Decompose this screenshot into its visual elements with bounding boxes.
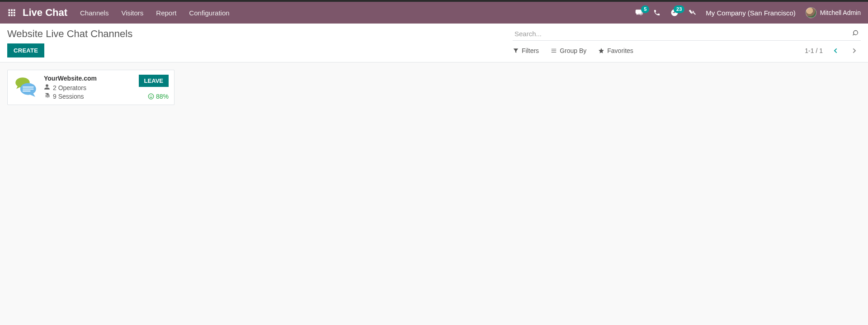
channel-card-right: LEAVE 88% (137, 75, 169, 100)
groupby-dropdown[interactable]: Group By (551, 47, 586, 54)
filters-label: Filters (522, 47, 539, 54)
user-name: Mitchell Admin (820, 9, 861, 16)
svg-rect-8 (14, 14, 15, 16)
chevron-right-icon (851, 47, 858, 54)
activities-button[interactable]: 23 (670, 9, 679, 17)
channel-sessions-line: 9 Sessions (44, 92, 132, 100)
pager-next[interactable] (848, 44, 861, 57)
user-icon (44, 84, 50, 91)
svg-rect-3 (9, 12, 10, 14)
svg-rect-4 (11, 12, 13, 14)
pager-text: 1-1 / 1 (805, 47, 823, 54)
favorites-label: Favorites (607, 47, 633, 54)
activities-badge: 23 (674, 5, 684, 13)
pager: 1-1 / 1 (805, 44, 861, 57)
smile-icon (148, 93, 154, 100)
breadcrumb: Website Live Chat Channels (7, 28, 132, 40)
user-menu[interactable]: Mitchell Admin (806, 7, 861, 18)
nav-item-channels[interactable]: Channels (80, 9, 108, 17)
phone-button[interactable] (653, 9, 660, 16)
svg-rect-2 (14, 10, 15, 11)
svg-rect-0 (9, 10, 10, 11)
leave-button[interactable]: LEAVE (139, 75, 169, 87)
svg-rect-11 (23, 86, 34, 87)
svg-rect-7 (11, 14, 13, 16)
channel-rating-value: 88% (156, 93, 169, 100)
star-icon (598, 48, 604, 54)
list-icon (551, 48, 557, 54)
svg-point-16 (151, 96, 152, 96)
favorites-dropdown[interactable]: Favorites (598, 47, 633, 54)
groupby-label: Group By (560, 47, 586, 54)
channel-card[interactable]: YourWebsite.com 2 Operators 9 Sessions L… (7, 70, 175, 105)
nav-item-report[interactable]: Report (156, 9, 176, 17)
svg-rect-13 (23, 91, 31, 91)
nav-menu: Channels Visitors Report Configuration (80, 9, 230, 17)
channel-sessions: 9 Sessions (53, 93, 84, 100)
svg-point-15 (150, 96, 151, 96)
main-navbar: Live Chat Channels Visitors Report Confi… (0, 2, 868, 24)
search-input[interactable] (513, 27, 861, 41)
filters-dropdown[interactable]: Filters (513, 47, 539, 54)
avatar (806, 7, 816, 18)
control-panel: Website Live Chat Channels CREATE Filter… (0, 24, 868, 62)
nav-item-configuration[interactable]: Configuration (189, 9, 229, 17)
create-button[interactable]: CREATE (7, 43, 44, 57)
search-icon (853, 30, 860, 37)
svg-point-14 (148, 94, 154, 99)
nav-item-visitors[interactable]: Visitors (121, 9, 143, 17)
channel-rating: 88% (148, 93, 169, 100)
channel-name: YourWebsite.com (44, 75, 132, 82)
tools-icon (689, 9, 696, 16)
channel-operators: 2 Operators (53, 84, 86, 91)
search-button[interactable] (853, 30, 860, 38)
tools-button[interactable] (689, 9, 696, 16)
channel-card-body: YourWebsite.com 2 Operators 9 Sessions (44, 75, 132, 100)
svg-rect-5 (14, 12, 15, 14)
messages-badge: 5 (641, 5, 649, 13)
pager-prev[interactable] (829, 44, 842, 57)
kanban-view: YourWebsite.com 2 Operators 9 Sessions L… (0, 62, 868, 112)
phone-icon (653, 9, 660, 16)
channel-avatar (13, 75, 38, 100)
comments-icon (44, 92, 50, 100)
svg-rect-1 (11, 10, 13, 11)
svg-rect-12 (23, 89, 34, 90)
apps-icon[interactable] (7, 8, 16, 17)
grid-icon (8, 9, 16, 17)
search-box (513, 27, 861, 41)
chevron-left-icon (832, 47, 839, 54)
channel-operators-line: 2 Operators (44, 84, 132, 91)
messages-button[interactable]: 5 (635, 9, 643, 17)
chat-bubbles-icon (13, 75, 38, 100)
svg-rect-6 (9, 14, 10, 16)
app-brand[interactable]: Live Chat (23, 7, 67, 19)
search-options: Filters Group By Favorites 1-1 / 1 (513, 44, 861, 57)
systray: 5 23 My Company (San Francisco) Mitchell… (635, 7, 861, 18)
filter-icon (513, 48, 519, 54)
company-switcher[interactable]: My Company (San Francisco) (706, 9, 795, 17)
